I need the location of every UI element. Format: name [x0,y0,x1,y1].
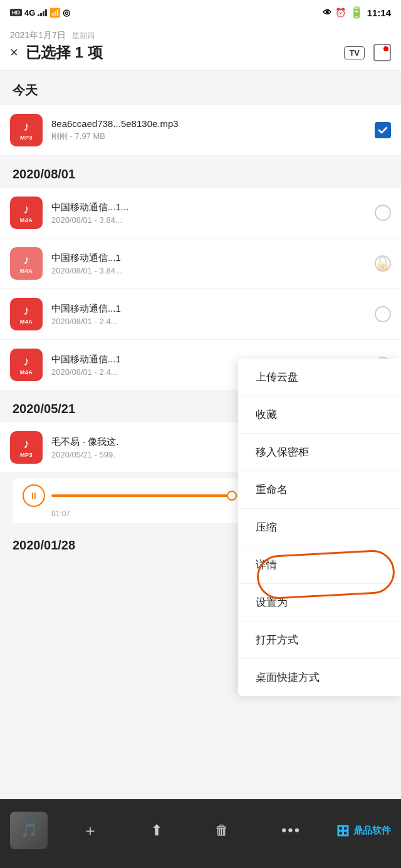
progress-fill [51,494,232,497]
signal-4g-label: 4G [24,8,35,18]
menu-item-detail[interactable]: 详情 [238,546,401,584]
selection-title: 已选择 1 项 [26,43,103,63]
more-icon: ••• [281,822,301,839]
file-info: 中国移动通信...1... 2020/08/01 - 3.84... [51,202,375,225]
pause-button[interactable]: ⏸ [23,484,45,507]
menu-item-favorite[interactable]: 收藏 [238,396,401,434]
file-item[interactable]: ♪ MP3 8ea6ccaed738...5e8130e.mp3 刚刚 - 7.… [0,105,401,156]
file-info: 中国移动通信...1 2020/08/01 - 2.4... [51,303,375,326]
multi-select-checkbox[interactable] [373,44,391,61]
file-meta: 2020/08/01 - 3.84... [51,266,375,275]
header-date-row: 2021年1月7日 星期四 [10,30,391,41]
close-button[interactable]: × [10,44,18,61]
file-icon-m4a: ♪ M4A [10,197,43,229]
menu-item-compress[interactable]: 压缩 [238,509,401,546]
music-note-icon: ♪ [23,253,29,267]
status-bar: HD 4G 📶 ◎ 👁 ⏰ 🔋 11:14 [0,0,401,25]
section-header-2020-08-01: 2020/08/01 [0,156,401,188]
file-icon-m4a: ♪ M4A [10,298,43,330]
file-name: 中国移动通信...1 [51,303,252,315]
brand-logo: ⊞ 鼎品软件 [336,821,391,840]
file-name: 中国移动通信...1 [51,354,252,365]
more-nav-button[interactable]: ••• [281,822,301,839]
status-left: HD 4G 📶 ◎ [10,8,70,18]
battery-icon: 🔋 [350,6,363,19]
tv-button[interactable]: TV [344,46,365,59]
content-area: 今天 ♪ MP3 8ea6ccaed738...5e8130e.mp3 刚刚 -… [0,71,401,802]
file-name: 中国移动通信...1 [51,252,252,264]
hd-badge: HD [10,9,22,16]
context-menu: 上传云盘 收藏 移入保密柜 重命名 压缩 详情 设置为 打开方式 桌面快捷方式 [238,359,401,696]
delete-nav-button[interactable]: 🗑 [215,822,229,839]
file-icon-m4a: ♪ M4A [10,349,43,381]
menu-item-setas[interactable]: 设置为 [238,584,401,621]
file-checkbox-empty[interactable] [375,306,391,322]
header: 2021年1月7日 星期四 × 已选择 1 项 TV [0,25,401,71]
file-name: 8ea6ccaed738...5e8130e.mp3 [51,118,252,129]
checkmark-icon [378,125,388,135]
file-checkbox-checked[interactable] [375,122,391,138]
menu-item-shortcut[interactable]: 桌面快捷方式 [238,659,401,696]
header-selection-row: × 已选择 1 项 TV [10,43,391,63]
file-info: 中国移动通信...1 2020/08/01 - 3.84... [51,252,375,275]
wifi-icon: 📶 [49,8,60,18]
file-name: 毛不易 - 像我这. [51,436,252,448]
file-meta: 刚刚 - 7.97 MB [51,131,375,142]
share-icon: ⬆ [150,822,163,839]
progress-thumb[interactable] [227,491,237,501]
now-playing-thumbnail[interactable]: 🎵 [10,812,48,849]
menu-item-upload[interactable]: 上传云盘 [238,359,401,396]
current-time: 01:07 [51,509,70,518]
file-meta: 2020/08/01 - 3.84... [51,215,375,225]
time-display: 11:14 [367,8,391,18]
brand-name: 鼎品软件 [353,825,391,837]
format-label-m4a: M4A [20,268,33,274]
lock-icon: 🔒 [374,255,391,272]
alarm-icon: ⏰ [335,8,346,18]
thumbnail-image: 🎵 [10,812,48,849]
section-header-today: 今天 [0,71,401,105]
music-note-icon: ♪ [23,120,29,134]
format-label-mp3: MP3 [20,135,33,141]
file-item[interactable]: ♪ M4A 中国移动通信...1 2020/08/01 - 2.4... [0,289,401,340]
eye-icon: 👁 [323,8,331,18]
share-nav-button[interactable]: ⬆ [150,822,163,839]
file-info: 8ea6ccaed738...5e8130e.mp3 刚刚 - 7.97 MB [51,118,375,142]
menu-item-openwith[interactable]: 打开方式 [238,621,401,659]
header-date-text: 2021年1月7日 [10,30,66,40]
format-label-m4a: M4A [20,217,33,223]
header-right: TV [344,44,391,61]
file-checkbox-empty[interactable] [375,205,391,221]
format-label-m4a: M4A [20,319,33,325]
bottom-nav-actions: ＋ ⬆ 🗑 ••• [56,820,327,840]
file-meta: 2020/08/01 - 2.4... [51,317,375,326]
file-item[interactable]: ♪ M4A 中国移动通信...1 2020/08/01 - 3.84... 🔒 [0,238,401,289]
nfc-icon: ◎ [63,8,70,18]
music-note-icon: ♪ [23,437,29,451]
format-label-mp3: MP3 [20,452,33,458]
header-date-sub: 星期四 [72,31,95,40]
file-name: 中国移动通信...1... [51,202,252,213]
music-note-icon: ♪ [23,354,29,369]
add-icon: ＋ [83,820,98,840]
trash-icon: 🗑 [215,822,229,839]
file-icon-mp3-playing: ♪ MP3 [10,431,43,464]
file-icon-mp3: ♪ MP3 [10,114,43,146]
add-nav-button[interactable]: ＋ [83,820,98,840]
format-label-m4a: M4A [20,369,33,375]
file-icon-m4a-locked: ♪ M4A [10,247,43,280]
music-note-icon: ♪ [23,304,29,318]
file-item[interactable]: ♪ M4A 中国移动通信...1... 2020/08/01 - 3.84... [0,188,401,238]
bottom-nav: 🎵 ＋ ⬆ 🗑 ••• ⊞ 鼎品软件 [0,799,401,868]
music-note-icon: ♪ [23,202,29,217]
status-right: 👁 ⏰ 🔋 11:14 [323,6,391,19]
header-left: × 已选择 1 项 [10,43,103,63]
menu-item-rename[interactable]: 重命名 [238,471,401,509]
signal-bars-icon [38,9,47,16]
brand-icon: ⊞ [336,821,350,840]
menu-item-vault[interactable]: 移入保密柜 [238,434,401,471]
